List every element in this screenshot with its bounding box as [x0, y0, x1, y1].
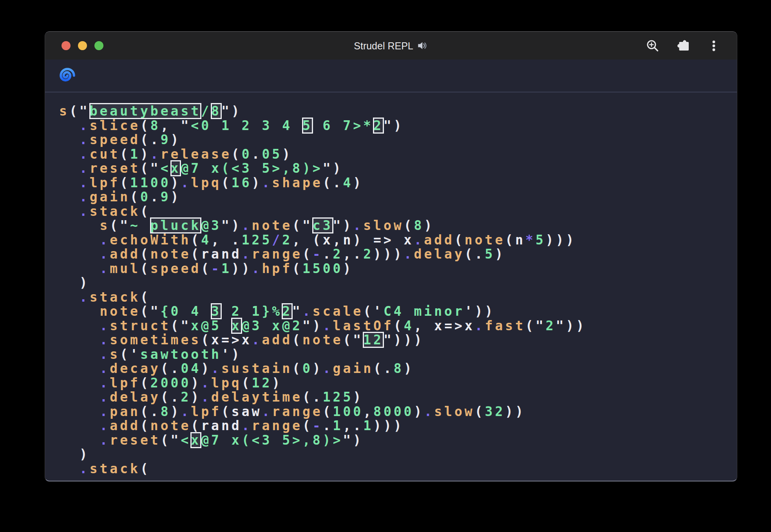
code-token: ( [130, 189, 140, 204]
code-token: 2 [181, 389, 191, 405]
code-token: (" [343, 332, 363, 347]
code-token: . [100, 432, 110, 448]
code-token: 1 [221, 261, 232, 276]
code-token [59, 246, 100, 262]
titlebar: Strudel REPL [45, 32, 737, 60]
code-token: 0 [242, 147, 252, 162]
code-line: s("beautybeast/8") [59, 104, 737, 119]
active-pattern-highlight: x [191, 432, 201, 448]
code-token: (" [140, 304, 161, 319]
code-token [59, 189, 80, 204]
close-button[interactable] [62, 41, 71, 50]
window-title: Strudel REPL [354, 40, 428, 51]
code-token: . [242, 218, 252, 233]
code-token: ( [404, 218, 414, 233]
code-token: . [150, 189, 161, 204]
code-token: . [302, 304, 313, 319]
code-line: .add(note(rand.range(-.2,.2))).delay(.5) [59, 247, 737, 262]
maximize-button[interactable] [94, 41, 103, 50]
code-token: ) => [353, 232, 404, 248]
code-token: . [100, 347, 110, 362]
code-token: x [211, 332, 221, 347]
code-token: add [262, 332, 292, 347]
code-token: ) [140, 147, 150, 162]
active-pattern-highlight: c3 [313, 218, 333, 233]
code-token: ,. [343, 246, 363, 262]
code-token: note [302, 332, 343, 347]
code-token: ) [282, 147, 292, 162]
code-token: . [100, 332, 110, 347]
code-token: )) [505, 404, 525, 419]
active-pattern-highlight: 2 [373, 118, 384, 133]
code-line: .sometimes(x=>x.add(note("12"))) [59, 333, 737, 347]
code-token: . [80, 204, 90, 219]
code-token: . [100, 375, 110, 391]
code-token: shape [272, 175, 322, 190]
code-token: . [100, 261, 110, 276]
code-token: . [475, 318, 485, 333]
code-token: 1100 [130, 175, 170, 190]
code-token [59, 461, 80, 476]
code-token: range [252, 418, 302, 433]
code-token: ) [171, 175, 181, 190]
code-token [59, 304, 100, 319]
code-token: . [242, 246, 252, 262]
code-token: 2 [282, 232, 292, 248]
code-token: (" [525, 318, 546, 333]
code-token: stack [90, 461, 140, 476]
app-header [45, 60, 737, 92]
code-line: .slice(8, "<0 1 2 3 4 5 6 7>*2") [59, 119, 737, 133]
extensions-button[interactable] [676, 38, 691, 53]
code-token: ") [323, 161, 343, 176]
code-token: 32 [485, 404, 505, 419]
code-token: (. [373, 361, 394, 376]
code-token: . [323, 318, 333, 333]
code-token: x@5 [191, 318, 231, 333]
active-pattern-highlight: 2 [282, 304, 292, 319]
code-token: - [313, 246, 323, 262]
code-token: @7 x(<3 5>,8)> [181, 161, 322, 176]
code-token: reset [90, 161, 140, 176]
code-token: note [150, 246, 191, 262]
code-token: note [100, 304, 140, 319]
code-token: note [465, 232, 505, 248]
code-token: 8000 [373, 404, 414, 419]
code-token [59, 161, 80, 176]
code-token: 5 [485, 246, 495, 262]
code-token: . [100, 246, 110, 262]
code-token: 5 [536, 232, 546, 248]
code-token: . [414, 232, 424, 248]
code-token: => [221, 332, 242, 347]
code-token: . [262, 175, 272, 190]
code-token: (" [292, 218, 313, 233]
minimize-button[interactable] [78, 41, 87, 50]
code-token: ( [191, 232, 201, 248]
code-token: ))) [546, 232, 576, 248]
code-token: 125 [323, 389, 353, 405]
strudel-logo[interactable] [58, 66, 77, 85]
code-token: ( [292, 332, 302, 347]
code-token: ( [120, 175, 130, 190]
code-token: . [201, 375, 211, 391]
kebab-menu-button[interactable] [706, 38, 721, 53]
code-editor[interactable]: s("beautybeast/8") .slice(8, "<0 1 2 3 4… [45, 92, 737, 476]
code-token: . [242, 418, 252, 433]
zoom-in-button[interactable] [645, 38, 660, 53]
code-token: @3 [201, 218, 221, 233]
code-token: 16 [232, 175, 252, 190]
code-token: ) [171, 132, 181, 147]
code-line: .delay(.2).delaytime(.125) [59, 390, 737, 405]
code-token [59, 147, 80, 162]
code-token: 8 [150, 118, 161, 133]
code-token [59, 404, 100, 419]
active-pattern-highlight: 12 [363, 332, 384, 347]
code-token: . [80, 147, 90, 162]
code-token: 2 1}% [221, 304, 282, 319]
code-token: (" [161, 432, 181, 448]
code-token: gain [90, 189, 130, 204]
code-token: . [353, 218, 363, 233]
browser-window: Strudel REPL [45, 31, 737, 481]
code-token [59, 361, 100, 376]
code-token: 1 [130, 147, 140, 162]
code-token: 2 [546, 318, 556, 333]
